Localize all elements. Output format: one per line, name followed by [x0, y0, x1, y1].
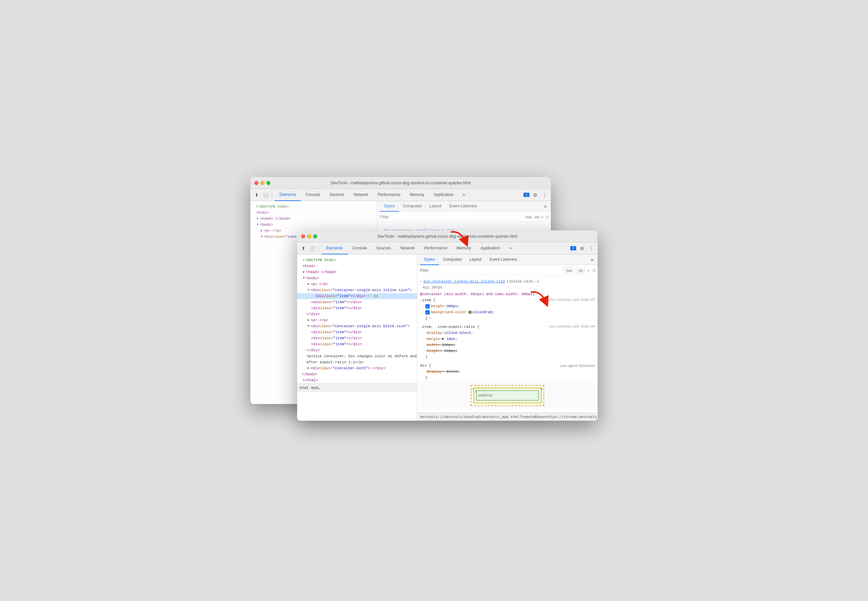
css-content-front[interactable]: → div.container-single-axis.inline-size … [417, 276, 598, 413]
settings-icon-front[interactable]: ⚙ [578, 245, 586, 252]
styles-tab-layout-front[interactable]: Layout [465, 255, 486, 265]
tab-more-back[interactable]: » [458, 189, 470, 201]
html-line: ▼ <body> [250, 222, 377, 228]
css-prop-line: display : inline-block ; [420, 330, 595, 336]
html-line: ▼ <div class="container-single-axis inli… [297, 287, 417, 293]
add-prop-button[interactable]: + [429, 315, 431, 321]
html-selected-line[interactable]: <div class="item"></div> == $0 [297, 293, 417, 299]
filter-bar-back: :hov .cls + ◁ [377, 212, 551, 223]
tab-application-back[interactable]: Application [429, 189, 458, 201]
traffic-lights-back[interactable] [254, 181, 270, 185]
html-line: <div class="item"></div> [297, 305, 417, 311]
tab-network-front[interactable]: Network [396, 243, 420, 255]
toolbar-divider [272, 192, 272, 198]
tab-console-back[interactable]: Console [301, 189, 325, 201]
color-swatch-olivedrab[interactable] [468, 311, 472, 314]
inspect-icon-front[interactable]: ⬜ [309, 245, 316, 252]
window-title-back: DevTools - mathiasbynens.github.io/css-d… [331, 181, 471, 185]
box-model-padding: padding [476, 390, 539, 401]
user-agent-label: user agent stylesheet [560, 363, 595, 369]
tab-sources-front[interactable]: Sources [372, 243, 396, 255]
maximize-button[interactable] [266, 181, 270, 185]
html-line: ► <div class="container-both">…</div> [297, 365, 417, 371]
css-block-1: → div.container-single-axis.inline-size … [420, 278, 595, 321]
window-title-front: DevTools - mathiasbynens.github.io/css-d… [378, 234, 517, 239]
filter-input-back[interactable] [380, 215, 522, 220]
html-line: ▼ <div class="container-single-axis bloc… [297, 323, 417, 329]
breadcrumb: html bod… [297, 383, 417, 392]
close-button-front[interactable] [301, 234, 305, 238]
html-line: <div class="item"></div> [297, 299, 417, 305]
tab-network-back[interactable]: Network [349, 189, 373, 201]
styles-tab-more-back[interactable]: » [542, 203, 548, 209]
css-source-link2[interactable]: css-contain…ies.html:44 [549, 324, 595, 330]
inspect-icon[interactable]: ⬜ [262, 191, 269, 199]
css-prop-line: height : 300px ; [420, 303, 595, 309]
prop-checkbox-bgcolor[interactable] [425, 310, 429, 314]
css-prop-line-div: display : block; [420, 369, 595, 375]
css-prop-line-strikethrough: width : 200px; [420, 342, 595, 348]
styles-panel-front: Styles Computed Layout Event Listeners »… [417, 255, 598, 421]
css-element-selector[interactable]: div.container-single-axis.inline-size [424, 278, 505, 284]
tab-console-front[interactable]: Console [347, 243, 372, 255]
html-line: </div> [297, 347, 417, 353]
styles-tab-styles-front[interactable]: Styles [420, 255, 439, 265]
box-model-margin: margin 10 border - padding [471, 385, 544, 406]
tab-performance-back[interactable]: Performance [373, 189, 405, 201]
minimize-button[interactable] [260, 181, 264, 185]
more-options-icon-back[interactable]: ⋮ [541, 191, 548, 199]
box-model-border: border - padding [474, 387, 542, 403]
tab-bar-front: Elements Console Sources Network Perform… [321, 243, 569, 255]
main-toolbar-front: ⬆ ⬜ Elements Console Sources Network Per… [297, 243, 598, 255]
css-prop-line: margin : ► 10px ; [420, 336, 595, 342]
styles-tab-layout-back[interactable]: Layout [425, 201, 445, 212]
html-line: </div> [297, 311, 417, 317]
traffic-lights-front[interactable] [301, 234, 317, 238]
message-badge-back[interactable]: 1 [524, 193, 530, 197]
tab-more-front[interactable]: » [505, 243, 516, 255]
styles-tab-more-front[interactable]: » [589, 257, 595, 263]
styles-tab-computed-back[interactable]: Computed [399, 201, 425, 212]
css-source-link[interactable]: css-contain…ies.html:67 [549, 297, 595, 303]
css-block2-header: .item, .item-aspect-ratio { css-contain…… [420, 324, 595, 330]
tab-elements-front[interactable]: Elements [321, 243, 347, 255]
css-block3-header: div { user agent stylesheet [420, 363, 595, 369]
html-line: ▼ <body> [297, 275, 417, 281]
cursor-icon[interactable]: ⬆ [253, 191, 260, 199]
css-block-2: .item, .item-aspect-ratio { css-contain…… [420, 324, 595, 360]
styles-tab-styles-back[interactable]: Styles [380, 201, 399, 212]
tab-memory-front[interactable]: Memory [452, 243, 476, 255]
html-line: ► <p>…</p> [297, 281, 417, 287]
styles-tabs-back: Styles Computed Layout Event Listeners » [377, 201, 551, 212]
cursor-icon-front[interactable]: ⬆ [300, 245, 307, 252]
filter-actions-back: :hov .cls + ◁ [525, 215, 548, 219]
maximize-button-front[interactable] [313, 234, 317, 238]
message-badge-front[interactable]: 1 [570, 246, 576, 250]
tab-performance-front[interactable]: Performance [420, 243, 452, 255]
close-button[interactable] [254, 181, 258, 185]
bottom-bar-front: devtools://devtools/bundled/devtools_app… [417, 413, 598, 421]
titlebar-back: DevTools - mathiasbynens.github.io/css-d… [250, 177, 551, 189]
tab-sources-back[interactable]: Sources [325, 189, 349, 201]
html-line: <div class="item"></div> [297, 329, 417, 335]
titlebar-front: DevTools - mathiasbynens.github.io/css-d… [297, 230, 598, 243]
styles-tab-listeners-back[interactable]: Event Listeners [445, 201, 481, 212]
box-model: margin 10 border - padding [420, 382, 595, 409]
more-options-icon-front[interactable]: ⋮ [588, 245, 595, 252]
styles-tab-computed-front[interactable]: Computed [439, 255, 465, 265]
toolbar-right-front: 1 ⚙ ⋮ [570, 245, 595, 252]
tab-application-front[interactable]: Application [476, 243, 505, 255]
prop-checkbox-height[interactable] [425, 304, 429, 308]
tab-elements-back[interactable]: Elements [275, 189, 301, 201]
settings-icon-back[interactable]: ⚙ [531, 191, 539, 199]
styles-tab-listeners-front[interactable]: Event Listeners [486, 255, 521, 265]
css-block-3: div { user agent stylesheet display : bl… [420, 363, 595, 381]
minimize-button-front[interactable] [307, 234, 311, 238]
css-size-value: 412.297px [420, 284, 595, 290]
html-line: </body> [297, 371, 417, 377]
css-prop-line: background-color : olivedrab ; [420, 309, 595, 315]
html-panel-front[interactable]: <!DOCTYPE html> <html> ► <head>…</head> … [297, 255, 417, 421]
tab-memory-back[interactable]: Memory [405, 189, 429, 201]
css-selector-row: → div.container-single-axis.inline-size … [420, 278, 595, 284]
filter-input-front[interactable] [420, 268, 561, 273]
